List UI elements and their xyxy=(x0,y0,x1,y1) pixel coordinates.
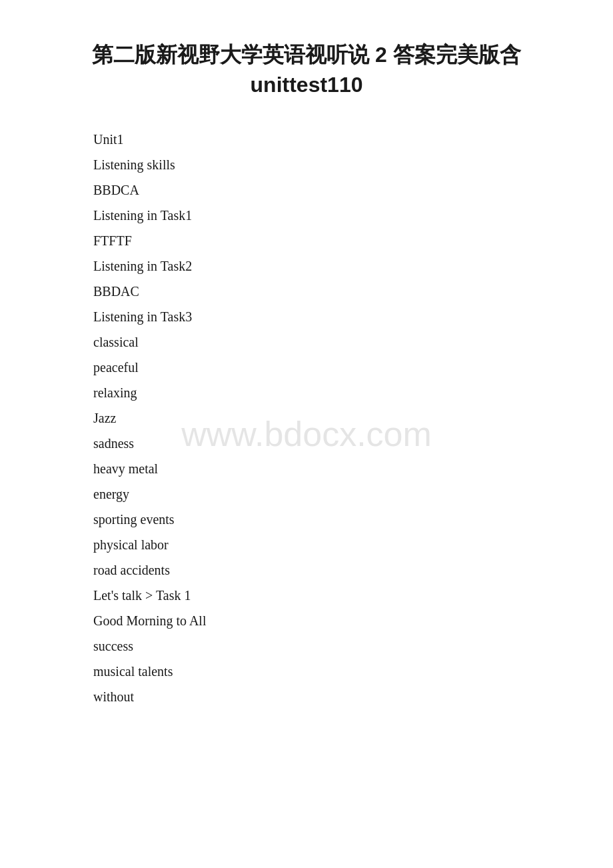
list-item: relaxing xyxy=(93,380,560,405)
list-item: Listening in Task1 xyxy=(93,203,560,228)
list-item: FTFTF xyxy=(93,228,560,253)
list-item: physical labor xyxy=(93,532,560,557)
list-item: BBDAC xyxy=(93,279,560,304)
list-item: Listening in Task2 xyxy=(93,253,560,279)
list-item: classical xyxy=(93,329,560,355)
list-item: without xyxy=(93,684,560,709)
list-item: Let's talk > Task 1 xyxy=(93,583,560,608)
list-item: Good Morning to All xyxy=(93,608,560,633)
list-item: Listening skills xyxy=(93,152,560,177)
list-item: energy xyxy=(93,481,560,507)
page-title-section: 第二版新视野大学英语视听说 2 答案完美版含 unittest110 xyxy=(53,40,560,100)
list-item: sadness xyxy=(93,431,560,456)
page-title-line1: 第二版新视野大学英语视听说 2 答案完美版含 xyxy=(53,40,560,70)
list-item: heavy metal xyxy=(93,456,560,481)
page-title-line2: unittest110 xyxy=(53,70,560,100)
list-item: sporting events xyxy=(93,507,560,532)
list-item: peaceful xyxy=(93,355,560,380)
list-item: BBDCA xyxy=(93,177,560,203)
list-item: Listening in Task3 xyxy=(93,304,560,329)
list-item: Jazz xyxy=(93,405,560,431)
list-item: musical talents xyxy=(93,659,560,684)
list-item: road accidents xyxy=(93,557,560,583)
list-item: success xyxy=(93,633,560,659)
list-item: Unit1 xyxy=(93,127,560,152)
content-list: Unit1Listening skillsBBDCAListening in T… xyxy=(93,127,560,709)
